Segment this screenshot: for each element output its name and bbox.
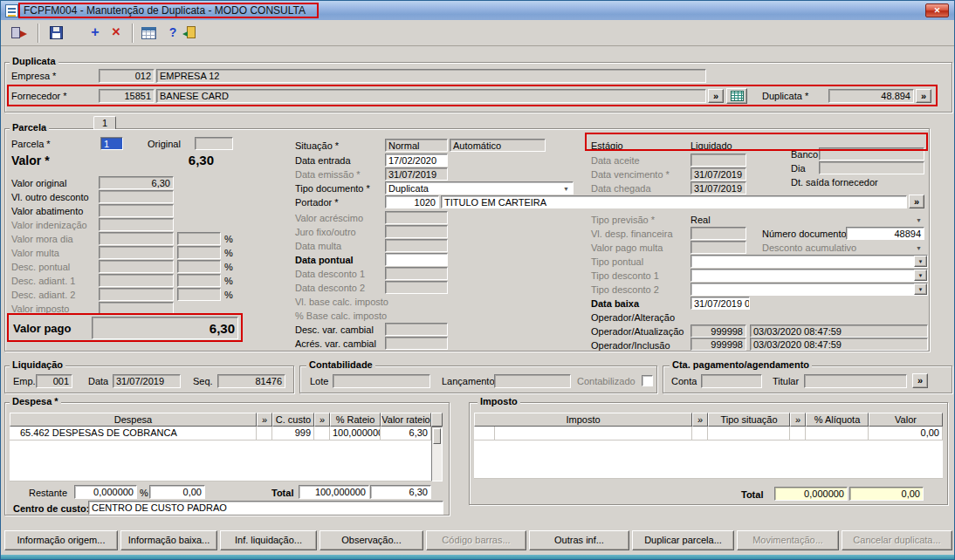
valor-original-field[interactable]: 6,30 <box>99 176 174 189</box>
informacao-baixa-button[interactable]: Informação baixa... <box>120 530 217 550</box>
tipo-documento-combobox[interactable]: Duplicata <box>385 181 574 195</box>
situacao-field[interactable]: Normal <box>385 139 448 152</box>
valor-mora-dia-field[interactable] <box>99 232 174 245</box>
despesa-col-header[interactable]: Despesa <box>10 413 257 427</box>
valor-mora-dia-pct-field[interactable] <box>177 232 221 245</box>
add-record-icon[interactable]: + <box>85 24 106 43</box>
aliquota-cell[interactable] <box>806 427 869 440</box>
tipo-desconto1-combobox[interactable] <box>690 269 928 282</box>
valor-rateio-cell[interactable]: 6,30 <box>381 427 431 440</box>
despesa-lookup-col-header[interactable]: » <box>257 413 272 427</box>
chevron-down-icon[interactable]: ▼ <box>914 270 927 281</box>
chevron-down-icon[interactable]: ▼ <box>914 256 927 267</box>
despesa-cell[interactable]: 65.462 DESPESAS DE COBRANCA <box>10 427 257 440</box>
desc-adiant2-field[interactable] <box>99 288 174 301</box>
ccusto-lookup-cell[interactable] <box>314 427 330 440</box>
inf-liquidacao-button[interactable]: Inf. liquidação... <box>220 530 317 550</box>
chevron-down-icon[interactable]: ▼ <box>914 283 927 295</box>
chevron-down-icon[interactable]: ▼ <box>916 244 922 253</box>
duplicata-number-field[interactable]: 48.894 <box>828 89 914 103</box>
lancamento-field[interactable] <box>494 374 571 388</box>
rateio-col-header[interactable]: % Rateio <box>330 413 381 427</box>
data-desconto1-field[interactable] <box>385 267 448 280</box>
desc-pontual-field[interactable] <box>99 260 174 273</box>
original-field[interactable] <box>195 137 233 150</box>
aliquota-col-header[interactable]: % Alíquota <box>806 413 869 427</box>
valor-rateio-col-header[interactable]: Valor rateio <box>381 413 431 427</box>
data-chegada-field[interactable]: 31/07/2019 <box>690 181 746 195</box>
tipo-previsao-value[interactable]: Real <box>690 215 711 226</box>
vl-outro-desconto-field[interactable] <box>99 190 174 203</box>
data-aceite-field[interactable] <box>690 154 746 167</box>
conta-lookup-button[interactable]: » <box>912 373 928 388</box>
operador-atualizacao-ts-field[interactable]: 03/03/2020 08:47:59 <box>750 324 928 338</box>
help-icon[interactable]: ? <box>162 24 183 43</box>
imposto-col-header[interactable]: Imposto <box>474 413 692 427</box>
tipo-situacao-cell[interactable] <box>708 427 790 440</box>
ccusto-lookup-col-header[interactable]: » <box>314 413 330 427</box>
chevron-down-icon[interactable]: ▼ <box>916 216 922 225</box>
despesa-scrollbar[interactable] <box>431 427 443 481</box>
exit-form-icon[interactable] <box>8 24 29 43</box>
valor-acrescimo-field[interactable] <box>385 211 448 224</box>
parcela-number-input[interactable]: 1 <box>100 137 123 150</box>
grid-view-icon[interactable] <box>139 24 160 43</box>
despesa-lookup-cell[interactable] <box>257 427 272 440</box>
imposto-cell[interactable] <box>495 427 692 440</box>
rateio-cell[interactable]: 100,000000 <box>330 427 381 440</box>
data-vencimento-field[interactable]: 31/07/2019 <box>690 167 746 181</box>
empresa-name-field[interactable]: EMPRESA 12 <box>156 69 706 83</box>
numero-documento-field[interactable]: 48894 <box>846 227 924 240</box>
observacao-button[interactable]: Observação... <box>319 530 423 550</box>
operador-inclusao-ts-field[interactable]: 03/03/2020 08:47:59 <box>750 338 928 351</box>
valor-col-header[interactable]: Valor <box>869 413 943 427</box>
ccusto-col-header[interactable]: C. custo <box>272 413 314 427</box>
seq-field[interactable]: 81476 <box>217 374 285 388</box>
situacao-mode-field[interactable]: Automático <box>450 139 546 152</box>
operador-inclusao-code-field[interactable]: 999998 <box>690 338 746 351</box>
imposto-table-row[interactable]: 0,00 <box>474 427 943 440</box>
desc-adiant2-pct-field[interactable] <box>177 288 221 301</box>
data-entrada-field[interactable]: 17/02/2020 <box>385 154 448 167</box>
duplicata-lookup-button[interactable]: » <box>916 89 931 103</box>
despesa-table-row[interactable]: 65.462 DESPESAS DE COBRANCA 999 100,0000… <box>10 427 431 440</box>
portador-name-field[interactable]: TITULO EM CARTEIRA <box>441 195 907 208</box>
fornecedor-lookup-button[interactable]: » <box>708 89 724 103</box>
imposto-lookup-cell[interactable] <box>692 427 708 440</box>
save-icon[interactable] <box>46 24 67 43</box>
valor-multa-field[interactable] <box>99 246 174 259</box>
tipo-situacao-col-header[interactable]: Tipo situação <box>708 413 790 427</box>
imposto-valor-cell[interactable]: 0,00 <box>869 427 943 440</box>
valor-abatimento-field[interactable] <box>99 204 174 217</box>
centro-custo-field[interactable]: CENTRO DE CUSTO PADRAO <box>88 501 443 515</box>
vl-desp-financeira-field[interactable] <box>690 227 746 240</box>
ccusto-cell[interactable]: 999 <box>272 427 314 440</box>
delete-record-icon[interactable]: ✕ <box>106 24 127 43</box>
portador-code-field[interactable]: 1020 <box>385 195 439 208</box>
data-pontual-field[interactable] <box>385 253 448 266</box>
parcela-tab-1[interactable]: 1 <box>93 116 116 129</box>
fornecedor-calc-button[interactable] <box>726 88 747 104</box>
liquidacao-data-field[interactable]: 31/07/2019 <box>113 374 181 388</box>
tipo-pontual-combobox[interactable] <box>690 255 928 268</box>
valor-pago-multa-field[interactable] <box>690 241 746 254</box>
desc-adiant1-pct-field[interactable] <box>177 274 221 287</box>
acres-var-cambial-field[interactable] <box>385 337 448 350</box>
outras-inf-button[interactable]: Outras inf... <box>529 530 629 550</box>
data-baixa-field[interactable]: 31/07/2019 00 <box>690 297 750 310</box>
tipo-situacao-lookup-cell[interactable] <box>790 427 806 440</box>
conta-field[interactable] <box>701 374 762 388</box>
titular-field[interactable] <box>804 374 907 388</box>
dia-field[interactable] <box>819 161 924 174</box>
banco-field[interactable] <box>819 147 924 160</box>
close-button[interactable]: ✕ <box>925 3 949 17</box>
imposto-lookup-col-header[interactable]: » <box>692 413 708 427</box>
emp-field[interactable]: 001 <box>36 374 72 388</box>
lote-field[interactable] <box>333 374 430 388</box>
data-multa-field[interactable] <box>385 239 448 252</box>
juro-fixo-field[interactable] <box>385 225 448 238</box>
imposto-selector-cell[interactable] <box>474 427 495 440</box>
operador-atualizacao-code-field[interactable]: 999998 <box>690 324 746 338</box>
portador-lookup-button[interactable]: » <box>909 195 924 208</box>
despesa-scroll-thumb[interactable] <box>433 428 441 444</box>
